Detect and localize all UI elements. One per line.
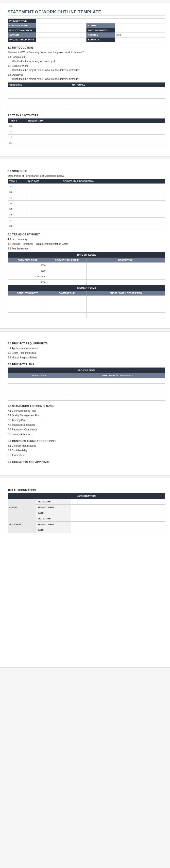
table-row: [8, 99, 165, 104]
section-10-head: 10.0 AUTHORIZATION: [8, 489, 165, 492]
table-row: [8, 313, 165, 318]
page-4: 10.0 AUTHORIZATION AUTHORIZATION CLIENTS…: [0, 478, 170, 667]
s8-i0: 8.1 Contract Modifications: [8, 444, 165, 447]
auth-date-label: DATE: [36, 510, 71, 516]
doc-title: STATEMENT OF WORK OUTLINE TEMPLATE: [8, 10, 165, 16]
meta-company-value[interactable]: [36, 24, 87, 28]
rate-title: RATE SCHEDULE: [8, 252, 165, 258]
meta-pm-label: PROJECT MANAGER: [8, 28, 36, 33]
meta-client-value[interactable]: [115, 24, 165, 28]
auth-provider-date[interactable]: [71, 527, 165, 533]
s7-i5: 7.6 Privacy Adherence: [8, 433, 165, 436]
s4-i2: 4.2 Storage, Personnel, Training, Implem…: [8, 243, 165, 245]
meta-version-value[interactable]: 0.0.0: [115, 33, 165, 37]
table-row: 2.3: [8, 134, 165, 140]
s7-i0: 7.1 Communications Plan: [8, 409, 165, 412]
section-7-head: 7.0 STANDARDS AND COMPLIANCE: [8, 405, 165, 407]
auth-provider-name[interactable]: [71, 522, 165, 527]
table-row: 2.1: [8, 123, 165, 129]
tasks-c1: TASK #: [8, 119, 27, 123]
risks-title: PROJECT RISKS: [8, 368, 165, 373]
authorization-table: AUTHORIZATION CLIENTSIGNATURE PRINTED NA…: [8, 493, 165, 533]
table-row: 3.3: [8, 195, 165, 201]
table-row: [8, 93, 165, 99]
meta-datesubmitted-value[interactable]: [115, 28, 165, 33]
meta-author-label: AUTHOR: [8, 33, 36, 37]
section-3-head: 3.0 SCHEDULE: [8, 169, 165, 173]
section-4-head: 4.0 TERMS OF PAYMENT: [8, 233, 165, 236]
rate-c1: ESTIMATED COST: [8, 258, 47, 262]
pay-title: PAYMENT TERMS: [8, 285, 165, 291]
auth-client-label: CLIENT: [8, 499, 36, 516]
tasks-c2: DESCRIPTION: [27, 119, 165, 123]
table-row: 3.8: [8, 223, 165, 229]
meta-begin-value[interactable]: [36, 37, 87, 42]
auth-date-label2: DATE: [36, 527, 71, 533]
table-row: 3.6: [8, 212, 165, 218]
risks-table: PROJECT RISKS ISSUE / RISKMITIGATION / C…: [8, 367, 165, 401]
table-row: $500: [8, 262, 165, 268]
page-3: 5.0 PROJECT REQUIREMENTS 5.1 Agency Resp…: [0, 331, 170, 475]
meta-project-title-value[interactable]: [36, 19, 165, 24]
s7-i4: 7.5 Regulatory Compliance: [8, 428, 165, 431]
s4-i3: 4.3 Fee Breakdown: [8, 247, 165, 250]
section-2-head: 2.0 TASKS / ACTIVITIES: [8, 114, 165, 117]
table-row: [8, 296, 165, 301]
meta-project-title-label: PROJECT TITLE: [8, 19, 36, 24]
tasks-table: TASK #DESCRIPTION 2.1 2.2 2.3 2.4: [8, 118, 165, 146]
table-row: $75 per hr: [8, 274, 165, 280]
risks-c2: MITIGATION / CONTINGENCY: [71, 373, 165, 378]
s1-b1t: What led to the necessity of this projec…: [12, 60, 165, 63]
table-row: $500: [8, 280, 165, 285]
meta-pm-value[interactable]: [36, 28, 87, 33]
table-row: [8, 87, 165, 93]
table-row: [8, 301, 165, 307]
s5-i0: 5.1 Agency Responsibilities: [8, 347, 165, 349]
section-8-head: 8.0 BUSINESS TERMS / CONDITIONS: [8, 439, 165, 442]
meta-end-value[interactable]: [115, 37, 165, 42]
meta-end-label: END DATE: [87, 37, 115, 42]
table-row: [8, 389, 165, 395]
s3-intro: State Period of Performance. List Milest…: [8, 175, 165, 177]
auth-client-name[interactable]: [71, 505, 165, 510]
table-row: 3.7: [8, 218, 165, 223]
meta-client-label: CLIENT: [87, 24, 115, 28]
s5-i2: 5.3 Mutual Responsibilities: [8, 356, 165, 359]
table-row: [8, 378, 165, 383]
table-row: 3.1: [8, 184, 165, 189]
table-row: [8, 383, 165, 389]
table-row: 2.4: [8, 140, 165, 146]
auth-provider-label: PROVIDER: [8, 516, 36, 533]
table-row: 3.2: [8, 189, 165, 195]
table-row: $200: [8, 268, 165, 274]
page-2: 3.0 SCHEDULE State Period of Performance…: [0, 159, 170, 329]
section-9-head: 9.0 COMMENTS AND APPROVAL: [8, 461, 165, 463]
s1-b2: 1.2 Scope of Work: [8, 65, 165, 67]
schedule-table: TASK #DUE DATEDELIVERABLE DESCRIPTION 3.…: [8, 179, 165, 229]
section-5-head: 5.0 PROJECT REQUIREMENTS: [8, 342, 165, 345]
s7-i3: 7.4 Standard Compliance: [8, 424, 165, 426]
rate-schedule-table: RATE SCHEDULE ESTIMATED COSTDELIVERY SCH…: [8, 252, 165, 318]
rate-c2: DELIVERY SCHEDULE: [47, 258, 87, 262]
s1-b1: 1.1 Background: [8, 56, 165, 58]
meta-company-label: COMPANY NAME: [8, 24, 36, 28]
pay-c3: PHASE / WORK DESCRIPTION: [87, 291, 165, 296]
obj-head: OBJECTIVE: [8, 83, 71, 87]
sched-c2: DUE DATE: [27, 179, 61, 184]
s1-b3t: What does the project entail? What are t…: [12, 78, 165, 81]
s7-i1: 7.2 Quality Management Plan: [8, 414, 165, 417]
auth-client-sig[interactable]: [71, 499, 165, 505]
rat-head: RATIONALE: [71, 83, 165, 87]
table-row: 3.5: [8, 206, 165, 212]
auth-provider-sig[interactable]: [71, 516, 165, 522]
table-row: 2.2: [8, 129, 165, 134]
auth-client-date[interactable]: [71, 510, 165, 516]
sched-c3: DELIVERABLE DESCRIPTION: [61, 179, 165, 184]
section-6-head: 6.0 PROJECT RISKS: [8, 363, 165, 366]
meta-author-value[interactable]: [36, 33, 87, 37]
table-row: [8, 104, 165, 110]
s8-i2: 8.3 Termination: [8, 454, 165, 457]
s1-b3: 1.3 Objectives: [8, 73, 165, 76]
pay-c2: PAYMENT DUE: [47, 291, 87, 296]
rate-c3: DESCRIPTION: [87, 258, 165, 262]
